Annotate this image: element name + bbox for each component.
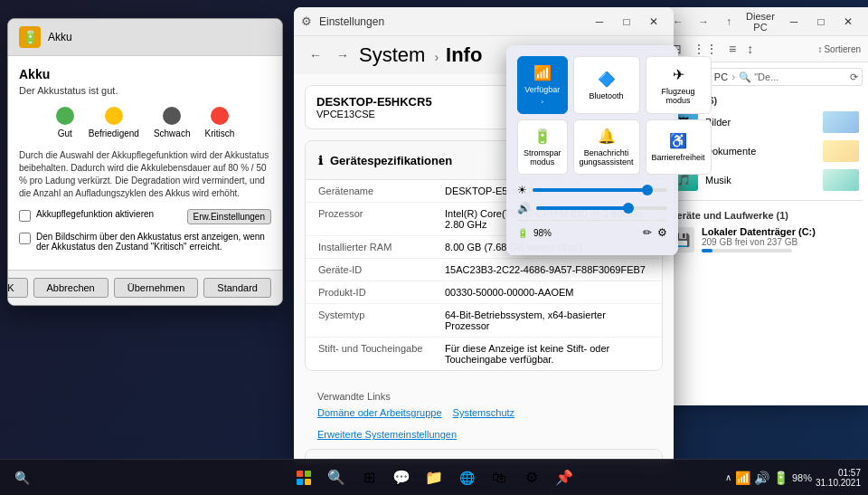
status-schwach: Schwach [154,107,191,138]
wifi-label: Verfügbar [524,85,560,94]
taskbar-explorer[interactable]: 📁 [420,463,448,492]
taskbar-clock[interactable]: 01:57 31.10.2021 [816,468,861,488]
ok-button[interactable]: OK [7,278,28,298]
tray-network[interactable]: 📶 [735,471,750,485]
dokumente-thumb [823,140,859,162]
gerate-section-title: Geräte und Laufwerke (1) [665,206,863,223]
status-schwach-label: Schwach [154,129,191,138]
taskbar-settings-pin[interactable]: ⚙ [517,463,546,492]
breadcrumb-system: System [359,43,425,66]
related-links: Verwandte Links Domäne oder Arbeitsgrupp… [305,382,663,449]
tray-battery[interactable]: 🔋 [773,471,788,485]
toolbar-icon-3[interactable]: ≡ [725,40,740,58]
volume-icon: 🔊 [517,202,531,214]
settings-quick-icon[interactable]: ⚙ [657,226,667,239]
battery-saver-icon: 🔋 [533,128,552,145]
erw-einstellungen-button[interactable]: Erw.Einstellungen [187,209,272,224]
volume-row: 🔊 [517,202,667,214]
akkupflege-checkbox[interactable] [19,210,31,222]
close-button[interactable]: ✕ [641,9,666,34]
musik-thumb [823,169,859,191]
ubernehmen-button[interactable]: Übernehmen [114,278,199,298]
quick-tile-notifications[interactable]: 🔔 Benachrichti gungsassistent [573,119,640,175]
link-systemschutz[interactable]: Systemschutz [453,407,514,418]
status-circle-red [211,107,229,125]
notifications-label: Benachrichti gungsassistent [580,148,634,167]
sort-label: Sortieren [824,44,861,54]
tray-chevron[interactable]: ∧ [725,472,731,482]
link-domane[interactable]: Domäne oder Arbeitsgruppe [317,407,442,418]
refresh-icon[interactable]: ⟳ [850,71,858,83]
brightness-icon: ☀ [517,184,527,196]
brightness-fill [533,188,647,192]
acku-status-row: Gut Befriedigend Schwach Kritisch [19,107,271,138]
explorer-close[interactable]: ✕ [835,9,861,34]
acku-titlebar: 🔋 Akku [8,19,282,56]
tray-volume[interactable]: 🔊 [754,471,769,485]
taskbar-search[interactable]: 🔍 [322,463,351,492]
start-button[interactable] [289,463,318,492]
abbrechen-button[interactable]: Abbrechen [33,278,108,298]
device-specs-title: Gerätespezifikationen [330,154,452,167]
explorer-up[interactable]: ↑ [718,11,740,33]
settings-app-icon: ⚙ [301,14,312,28]
acku-buttons: OK Abbrechen Übernehmen Standard [8,270,282,305]
taskbar-widgets[interactable]: ⊞ [354,463,383,492]
taskbar-edge[interactable]: 🌐 [452,463,481,492]
explorer-path: Dieser PC [743,11,778,33]
quick-tile-battery[interactable]: 🔋 Stromspar modus [517,119,568,175]
search-icon[interactable]: 🔍 [7,463,36,492]
explorer-minimize[interactable]: ─ [781,9,807,34]
taskbar-chat[interactable]: 💬 [387,463,416,492]
dokumente-label: Dokumente [705,146,756,157]
taskbar-pin-app[interactable]: 📌 [550,463,579,492]
pencil-icon[interactable]: ✏ [643,226,652,239]
musik-label: Musik [705,175,731,186]
checkbox-row-2: Den Bildschirm über den Akkustatus erst … [19,232,271,252]
breadcrumb-info: Info [446,43,482,66]
explorer-forward[interactable]: → [693,11,714,33]
quick-tile-bluetooth[interactable]: 🔷 Bluetooth [573,56,640,114]
maximize-button[interactable]: □ [614,9,639,34]
settings-titlebar: ⚙ Einstellungen ─ □ ✕ [294,7,674,36]
minimize-button[interactable]: ─ [587,9,612,34]
back-button[interactable]: ← [305,44,326,66]
sort-icon: ↕ [817,44,822,54]
explorer-title-controls: ─ □ ✕ [781,9,861,34]
spec-label-stift: Stift- und Toucheingabe [318,343,445,365]
taskbar-center: 🔍 ⊞ 💬 📁 🌐 🛍 ⚙ 📌 [289,463,579,492]
time-display: 01:57 [816,468,861,478]
drive-c-bar [702,249,792,252]
quick-tile-airplane[interactable]: ✈ Flugzeug modus [646,56,712,114]
spec-label-ram: Installierter RAM [318,242,445,252]
battery-percent: 98% [533,228,552,238]
explorer-maximize[interactable]: □ [808,9,834,34]
battery-saver-label: Stromspar modus [524,148,561,167]
spec-stift: Stift- und Toucheingabe Für diese Anzeig… [306,338,662,370]
drive-c[interactable]: 💾 Lokaler Datenträger (C:) 209 GB frei v… [665,223,863,256]
status-circle-green [56,107,74,125]
standard-button[interactable]: Standard [203,278,271,298]
status-gut-label: Gut [58,129,72,138]
drive-c-space: 209 GB frei von 237 GB [702,237,816,247]
quick-tile-wifi[interactable]: 📶 Verfügbar › [517,56,568,114]
airplane-label: Flugzeug modus [652,87,705,105]
volume-slider[interactable] [536,206,667,210]
bildschirm-checkbox[interactable] [19,233,31,244]
acku-subtitle: Der Akkustatus ist gut. [19,85,271,96]
link-erweitert[interactable]: Erweiterte Systemeinstellungen [317,429,457,440]
toolbar-icon-2[interactable]: ⋮⋮ [689,40,722,58]
forward-button[interactable]: → [332,44,354,66]
sort-button[interactable]: ↕ Sortieren [817,44,861,54]
quick-tile-accessibility[interactable]: ♿ Barrierefreiheit [646,119,712,175]
drive-c-info: Lokaler Datenträger (C:) 209 GB frei von… [702,226,816,252]
akkupflege-label: Akkupflegefunktion aktivieren [36,209,154,219]
bilder-thumb [823,111,859,133]
brightness-slider[interactable] [533,188,667,192]
acku-body: Akku Der Akkustatus ist gut. Gut Befried… [8,56,282,270]
taskbar-right: ∧ 📶 🔊 🔋 98% 01:57 31.10.2021 [725,468,868,488]
toolbar-icon-4[interactable]: ↕ [743,40,757,58]
taskbar-store[interactable]: 🛍 [485,463,514,492]
taskbar: 🔍 🔍 ⊞ 💬 📁 🌐 🛍 ⚙ 📌 ∧ 📶 🔊 🔋 98% [0,459,868,495]
status-kritisch-label: Kritisch [204,129,234,138]
